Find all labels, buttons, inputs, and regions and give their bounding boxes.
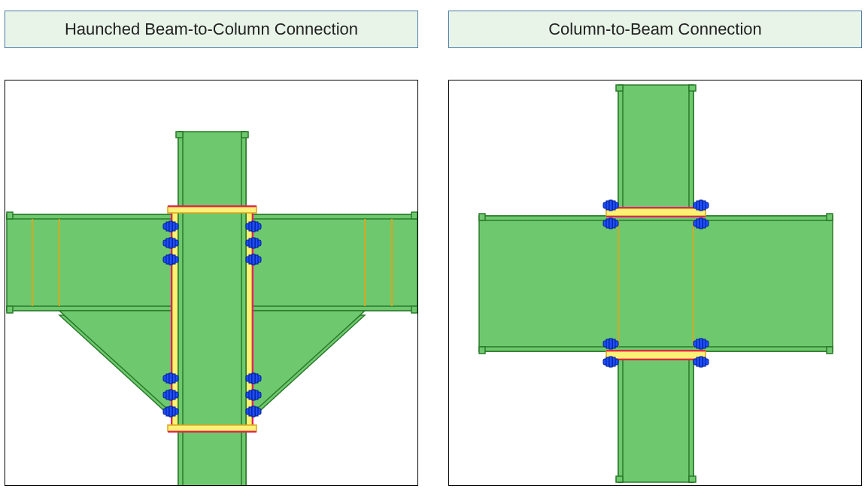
- svg-rect-115: [606, 219, 609, 228]
- svg-rect-116: [612, 219, 615, 228]
- svg-rect-4: [246, 214, 417, 219]
- svg-rect-66: [166, 390, 169, 399]
- title-right: Column-to-Beam Connection: [448, 11, 862, 48]
- svg-rect-68: [169, 390, 172, 400]
- svg-rect-62: [249, 374, 252, 383]
- svg-rect-124: [612, 339, 615, 348]
- title-left: Haunched Beam-to-Column Connection: [5, 11, 418, 48]
- svg-rect-39: [255, 222, 258, 231]
- svg-rect-67: [172, 390, 175, 399]
- svg-rect-8: [411, 212, 417, 219]
- haunched-connection-svg: [5, 80, 418, 486]
- svg-rect-52: [169, 254, 172, 265]
- svg-rect-71: [255, 390, 258, 399]
- svg-rect-63: [255, 374, 258, 383]
- svg-rect-107: [606, 201, 609, 210]
- svg-rect-64: [252, 373, 255, 384]
- svg-rect-112: [703, 201, 706, 210]
- svg-rect-5: [246, 306, 417, 311]
- svg-rect-35: [172, 222, 175, 231]
- svg-rect-129: [700, 339, 703, 349]
- column-beam-connection-svg: [449, 80, 862, 486]
- svg-rect-7: [7, 306, 13, 313]
- svg-rect-136: [703, 357, 706, 366]
- svg-rect-30: [168, 425, 256, 431]
- svg-rect-76: [169, 406, 172, 417]
- svg-rect-29: [168, 207, 256, 213]
- svg-rect-135: [697, 357, 700, 366]
- svg-rect-58: [166, 374, 169, 383]
- svg-rect-46: [249, 238, 252, 247]
- svg-rect-36: [169, 221, 172, 232]
- svg-rect-34: [166, 222, 169, 231]
- svg-rect-127: [697, 339, 700, 348]
- svg-rect-74: [166, 407, 169, 416]
- svg-rect-50: [166, 255, 169, 264]
- svg-rect-60: [169, 373, 172, 384]
- svg-rect-78: [249, 407, 252, 416]
- svg-rect-99: [606, 351, 706, 359]
- svg-rect-72: [252, 390, 255, 400]
- svg-rect-24: [241, 132, 246, 486]
- svg-rect-56: [252, 254, 255, 265]
- svg-rect-26: [241, 132, 248, 138]
- svg-rect-9: [411, 306, 417, 313]
- svg-rect-95: [689, 359, 693, 482]
- svg-rect-40: [252, 221, 255, 232]
- svg-rect-1: [7, 214, 178, 219]
- svg-rect-87: [827, 347, 833, 354]
- svg-rect-117: [609, 218, 612, 229]
- svg-rect-111: [697, 201, 700, 210]
- svg-rect-47: [255, 238, 258, 247]
- svg-rect-84: [479, 214, 485, 220]
- svg-rect-98: [606, 208, 706, 216]
- svg-rect-81: [479, 216, 833, 351]
- svg-rect-97: [689, 476, 696, 482]
- svg-rect-22: [178, 132, 246, 486]
- svg-rect-109: [609, 200, 612, 211]
- svg-rect-88: [618, 85, 693, 208]
- svg-rect-55: [255, 255, 258, 264]
- svg-rect-25: [176, 132, 183, 138]
- svg-rect-89: [618, 85, 623, 208]
- svg-rect-23: [178, 132, 183, 486]
- svg-rect-123: [606, 339, 609, 348]
- svg-rect-133: [609, 357, 612, 367]
- svg-rect-91: [616, 85, 623, 91]
- svg-rect-131: [606, 357, 609, 366]
- svg-rect-59: [172, 374, 175, 383]
- svg-rect-85: [479, 347, 485, 354]
- svg-rect-86: [827, 214, 833, 220]
- svg-rect-75: [172, 407, 175, 416]
- svg-rect-92: [689, 85, 696, 91]
- svg-rect-38: [249, 222, 252, 231]
- svg-rect-121: [700, 218, 703, 229]
- figure-right: [448, 80, 862, 486]
- svg-rect-42: [166, 238, 169, 247]
- svg-rect-51: [172, 255, 175, 264]
- svg-rect-96: [616, 476, 623, 482]
- figure-left: [5, 80, 418, 486]
- svg-rect-54: [249, 255, 252, 264]
- svg-rect-79: [255, 407, 258, 416]
- svg-rect-43: [172, 238, 175, 247]
- svg-rect-2: [7, 306, 178, 311]
- svg-rect-90: [689, 85, 693, 208]
- svg-rect-70: [249, 390, 252, 399]
- svg-rect-93: [618, 359, 693, 482]
- svg-rect-48: [252, 238, 255, 248]
- title-right-text: Column-to-Beam Connection: [548, 20, 762, 39]
- svg-rect-119: [697, 219, 700, 228]
- svg-rect-44: [169, 238, 172, 248]
- title-left-text: Haunched Beam-to-Column Connection: [65, 20, 358, 39]
- svg-rect-120: [703, 219, 706, 228]
- svg-rect-108: [612, 201, 615, 210]
- svg-rect-132: [612, 357, 615, 366]
- svg-rect-128: [703, 339, 706, 348]
- svg-rect-6: [7, 212, 13, 219]
- svg-rect-113: [700, 200, 703, 211]
- svg-rect-125: [609, 339, 612, 349]
- svg-rect-80: [252, 406, 255, 417]
- svg-rect-94: [618, 359, 623, 482]
- svg-rect-137: [700, 357, 703, 367]
